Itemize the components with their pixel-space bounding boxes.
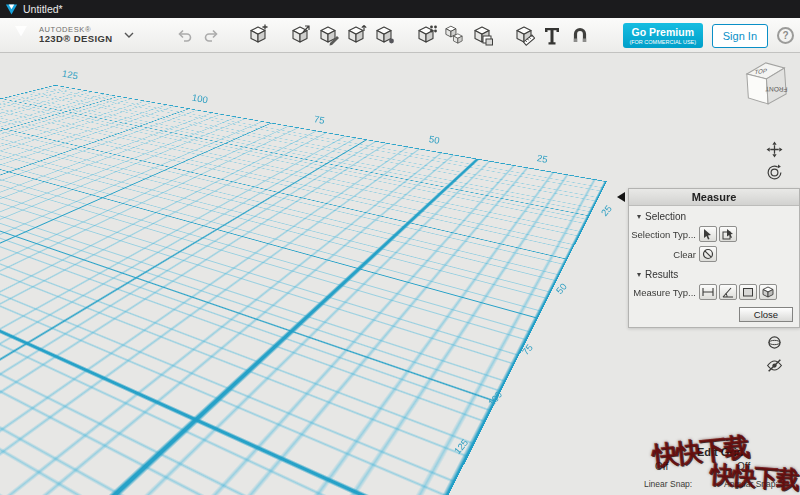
measure-type-row: Measure Typ... [629, 282, 799, 302]
area-icon [742, 286, 754, 298]
orbit-button[interactable] [762, 161, 786, 183]
clear-button[interactable] [699, 246, 717, 262]
select-solid-icon [702, 228, 714, 240]
view-cube[interactable]: TOP FRONT [740, 56, 792, 112]
distance-icon [702, 286, 714, 298]
modify-pressapull-icon [373, 24, 395, 46]
grid-label: 50 [554, 281, 569, 296]
grid-label: 75 [313, 113, 325, 126]
selection-type-row: Selection Typ... [629, 224, 799, 244]
measure-angle-button[interactable] [719, 284, 737, 300]
linear-snap-label: Linear Snap: [644, 479, 692, 489]
tool-snap-button[interactable] [568, 23, 592, 47]
autodesk-123d-logo-icon [8, 22, 34, 48]
chevron-down-icon [124, 32, 134, 38]
undo-icon [175, 26, 193, 44]
pattern-dots-icon [415, 24, 437, 46]
measure-area-button[interactable] [739, 284, 757, 300]
grid-label: 25 [599, 203, 614, 218]
grid-label: 100 [191, 92, 209, 106]
angle-icon [722, 286, 734, 298]
grid-plane [0, 85, 607, 495]
primitives-cube-plus-icon [247, 24, 269, 46]
close-button[interactable]: Close [739, 307, 793, 322]
redo-icon [203, 26, 221, 44]
angular-snap-label: Angular Snap: [724, 479, 778, 489]
go-premium-button[interactable]: Go Premium (FOR COMMERCIAL USE) [623, 23, 703, 48]
material-sphere-icon [766, 334, 783, 351]
select-face-button[interactable] [719, 226, 737, 242]
combine-overlap-icon [471, 24, 493, 46]
selection-type-label: Selection Typ... [629, 229, 699, 240]
main-toolbar: AUTODESK® 123D® DESIGN [0, 18, 800, 53]
results-section-header[interactable]: ▾ Results [629, 264, 799, 282]
measure-distance-button[interactable] [699, 284, 717, 300]
clear-row: Clear [629, 244, 799, 264]
history-buttons [172, 23, 224, 47]
select-solid-button[interactable] [699, 226, 717, 242]
orbit-icon [766, 164, 783, 181]
go-premium-label: Go Premium [623, 27, 703, 38]
section-collapse-icon: ▾ [637, 270, 641, 279]
select-face-icon [722, 228, 734, 240]
app-logo-icon [5, 3, 18, 16]
tool-construct-button[interactable] [344, 23, 368, 47]
help-button[interactable]: ? [777, 27, 794, 44]
title-bar: Untitled* [0, 0, 800, 18]
measure-volume-button[interactable] [759, 284, 777, 300]
grid-label: 125 [61, 68, 79, 82]
viewcube-front-label: FRONT [765, 86, 788, 93]
measure-panel-title[interactable]: Measure [629, 189, 799, 206]
go-premium-sublabel: (FOR COMMERCIAL USE) [623, 40, 703, 46]
clear-eraser-icon [702, 248, 714, 260]
brand-line2: 123D® DESIGN [39, 34, 113, 44]
results-section-label: Results [645, 269, 678, 280]
hide-show-button[interactable] [762, 354, 786, 376]
grid-label: 50 [428, 133, 440, 146]
display-settings-button[interactable] [762, 331, 786, 353]
app-window: Untitled* AUTODESK® 123D® DESIGN [0, 0, 800, 495]
viewport-3d[interactable]: 125 100 75 50 25 25 50 75 100 125 TOP FR… [0, 53, 800, 495]
toolbar-right: Go Premium (FOR COMMERCIAL USE) Sign In … [623, 18, 794, 53]
tool-modify-button[interactable] [372, 23, 396, 47]
redo-button[interactable] [200, 23, 224, 47]
text-tool-icon [541, 24, 563, 46]
edit-grid-button[interactable]: Edit Grid [697, 446, 743, 458]
pan-button[interactable] [762, 138, 786, 160]
tool-text-button[interactable] [540, 23, 564, 47]
watermark: 快快下载 [709, 458, 799, 495]
app-menu[interactable]: AUTODESK® 123D® DESIGN [0, 22, 144, 48]
section-collapse-icon: ▾ [637, 212, 641, 221]
snap-magnet-icon [569, 24, 591, 46]
grid-label: 25 [536, 152, 548, 165]
sketch-pencil-icon [317, 24, 339, 46]
eye-slash-icon [766, 357, 783, 374]
transform-arrow-cube-icon [289, 24, 311, 46]
selection-section-label: Selection [645, 211, 686, 222]
selection-section-header[interactable]: ▾ Selection [629, 206, 799, 224]
measure-ruler-icon [513, 24, 535, 46]
tool-combine-button[interactable] [470, 23, 494, 47]
tool-sketch-button[interactable] [316, 23, 340, 47]
viewcube-top-label: TOP [754, 67, 768, 75]
undo-button[interactable] [172, 23, 196, 47]
measure-type-label: Measure Typ... [629, 287, 699, 298]
tool-pattern-button[interactable] [414, 23, 438, 47]
angular-snap-value[interactable]: Off [737, 461, 750, 472]
construct-extrude-icon [345, 24, 367, 46]
tool-primitives-button[interactable] [246, 23, 270, 47]
brand-text: AUTODESK® 123D® DESIGN [39, 26, 113, 44]
pan-icon [766, 141, 783, 158]
window-title: Untitled* [23, 3, 63, 15]
tool-icons [246, 23, 592, 47]
tool-transform-button[interactable] [288, 23, 312, 47]
volume-icon [762, 286, 774, 298]
sign-in-button[interactable]: Sign In [712, 24, 768, 48]
tool-measure-button[interactable] [512, 23, 536, 47]
tool-grouping-button[interactable] [442, 23, 466, 47]
linear-snap-value[interactable]: Off [655, 461, 668, 472]
clear-label: Clear [629, 249, 699, 260]
panel-collapse-arrow[interactable] [617, 192, 625, 202]
grouping-two-cubes-icon [443, 24, 465, 46]
measure-panel: Measure ▾ Selection Selection Typ... [628, 188, 800, 328]
